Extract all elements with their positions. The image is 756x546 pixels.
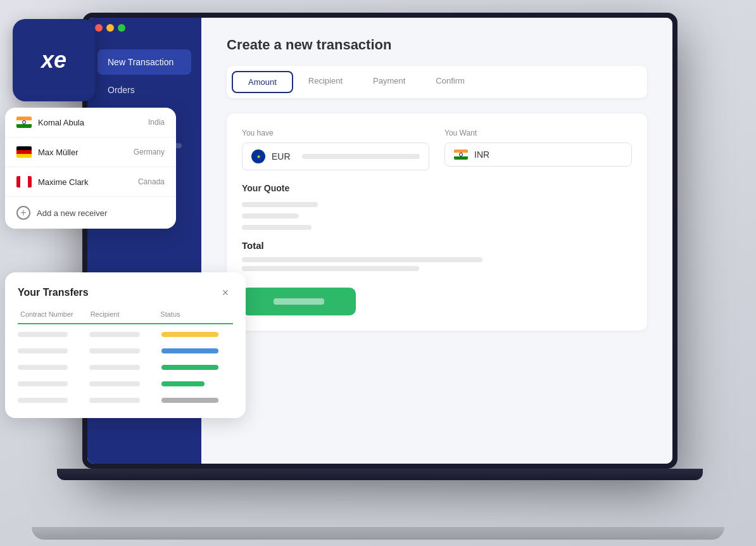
contract-skel-5: [18, 398, 68, 403]
quote-title: Your Quote: [242, 183, 632, 193]
total-line-2: [242, 266, 419, 271]
status-bar-1: [161, 332, 219, 337]
receiver-country-india: India: [148, 118, 165, 127]
xe-logo-text: xe: [41, 47, 66, 73]
form-card: You have ★ EUR You Want: [227, 113, 647, 331]
receiver-row-india[interactable]: Komal Abula India: [5, 108, 176, 137]
recipient-skel-4: [89, 381, 139, 386]
col-header-recipient: Recipient: [91, 310, 161, 318]
total-label: Total: [242, 240, 632, 251]
quote-line-3: [242, 225, 312, 230]
to-currency-field[interactable]: INR: [444, 143, 632, 167]
receiver-country-germany: Germany: [134, 148, 165, 156]
sidebar-item-new-transaction[interactable]: New Transaction: [98, 49, 191, 75]
status-bar-5: [161, 398, 219, 403]
page-title: Create a new transaction: [227, 37, 647, 53]
receiver-country-canada: Canada: [138, 177, 165, 186]
close-traffic-light[interactable]: [95, 24, 103, 32]
quote-section: Your Quote: [242, 183, 632, 230]
you-want-col: You Want INR: [444, 129, 632, 170]
status-bar-4: [161, 381, 205, 386]
transfers-close-button[interactable]: ×: [218, 285, 233, 300]
contract-skel-4: [18, 381, 68, 386]
col-header-contract: Contract Number: [20, 310, 91, 318]
transfer-row-5[interactable]: [18, 395, 233, 405]
contract-skel-1: [18, 332, 68, 337]
transfers-header: Your Transfers ×: [18, 285, 233, 300]
transfer-row-3[interactable]: [18, 362, 233, 372]
receiver-row-germany[interactable]: Max Müller Germany: [5, 137, 176, 167]
from-amount-skeleton: [302, 154, 420, 159]
transfer-row-1[interactable]: [18, 329, 233, 340]
germany-flag-icon: [16, 146, 32, 158]
tab-confirm[interactable]: Confirm: [420, 71, 480, 93]
traffic-lights: [95, 24, 125, 32]
recipient-skel-3: [89, 365, 139, 370]
you-have-col: You have ★ EUR: [242, 129, 429, 170]
xe-logo-card: xe: [13, 19, 95, 101]
transfers-card: Your Transfers × Contract Number Recipie…: [5, 272, 246, 418]
recipient-skel-2: [89, 348, 139, 353]
receiver-name-max: Max Müller: [38, 148, 127, 157]
add-circle-icon: +: [16, 206, 30, 220]
india-flag-icon: [16, 117, 32, 128]
recipient-skel-5: [89, 398, 139, 403]
contract-skel-3: [18, 365, 68, 370]
currency-row: You have ★ EUR You Want: [242, 129, 632, 170]
eur-flag-icon: ★: [251, 149, 265, 163]
laptop-bottom-bar: [57, 469, 703, 480]
receiver-name-komal: Komal Abula: [38, 118, 142, 127]
from-currency-field[interactable]: ★ EUR: [242, 143, 429, 170]
inr-flag-icon: [454, 149, 468, 160]
quote-line-1: [242, 202, 318, 207]
transfer-row-2[interactable]: [18, 346, 233, 356]
laptop-base: [32, 527, 724, 540]
tab-amount[interactable]: Amount: [232, 71, 293, 93]
contract-skel-2: [18, 348, 68, 353]
tab-recipient[interactable]: Recipient: [293, 71, 358, 93]
tabs-container: Amount Recipient Payment Confirm: [227, 66, 647, 98]
transfers-rows: [18, 329, 233, 405]
total-line-1: [242, 257, 482, 262]
tab-payment[interactable]: Payment: [358, 71, 420, 93]
transfers-table-header: Contract Number Recipient Status: [18, 310, 233, 324]
receiver-row-canada[interactable]: Maxime Clark Canada: [5, 167, 176, 197]
receivers-card: Komal Abula India Max Müller Germany Max…: [5, 108, 176, 229]
status-bar-3: [161, 365, 219, 370]
quote-line-2: [242, 213, 299, 219]
recipient-skel-1: [89, 332, 139, 337]
add-receiver-row[interactable]: + Add a new receiver: [5, 197, 176, 229]
sidebar-item-orders[interactable]: Orders: [98, 77, 191, 103]
submit-button[interactable]: [242, 288, 356, 315]
main-content: Create a new transaction Amount Recipien…: [201, 18, 672, 464]
btn-skeleton: [274, 298, 324, 305]
transfers-title: Your Transfers: [18, 287, 89, 298]
you-want-label: You Want: [444, 129, 632, 137]
transfer-row-4[interactable]: [18, 379, 233, 389]
col-header-status: Status: [160, 310, 230, 318]
minimize-traffic-light[interactable]: [106, 24, 114, 32]
status-bar-2: [161, 348, 219, 353]
to-currency-code: INR: [474, 149, 489, 160]
add-receiver-label: Add a new receiver: [37, 208, 107, 218]
receiver-name-maxime: Maxime Clark: [38, 177, 132, 187]
canada-flag-icon: [16, 176, 32, 187]
from-currency-code: EUR: [272, 151, 291, 162]
maximize-traffic-light[interactable]: [118, 24, 125, 32]
you-have-label: You have: [242, 129, 429, 137]
